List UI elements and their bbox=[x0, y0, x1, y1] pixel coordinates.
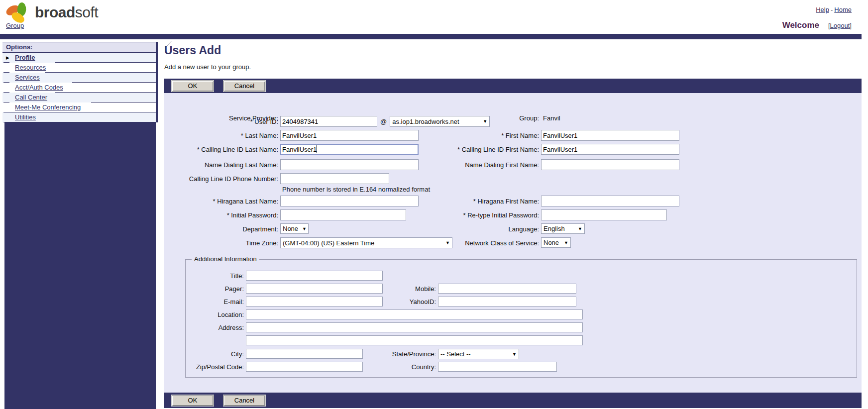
password-row: * Initial Password: * Re-type Initial Pa… bbox=[164, 209, 862, 221]
clid-first-name-input[interactable] bbox=[541, 144, 679, 155]
clid-phone-label: Calling Line ID Phone Number: bbox=[189, 175, 278, 183]
sidebar-item-label[interactable]: Meet-Me Conferencing bbox=[15, 103, 81, 111]
name-dialing-first-input[interactable] bbox=[541, 159, 679, 170]
timezone-label: Time Zone: bbox=[246, 239, 278, 247]
broadsoft-logo: broadsoft bbox=[4, 1, 98, 24]
group-link[interactable]: Group bbox=[6, 22, 24, 29]
sidebar-item-label[interactable]: Services bbox=[15, 74, 40, 81]
user-add-form: Service Provider: Interoperability Group… bbox=[164, 93, 862, 393]
title-input[interactable] bbox=[246, 271, 383, 281]
country-input[interactable] bbox=[438, 362, 557, 372]
name-row: * Last Name: * First Name: bbox=[164, 130, 862, 142]
hiragana-first-label: * Hiragana First Name: bbox=[473, 198, 539, 205]
address2-row bbox=[186, 335, 857, 346]
sidebar-item-label[interactable]: Resources bbox=[15, 64, 46, 71]
help-link[interactable]: Help bbox=[816, 6, 829, 13]
broadsoft-logo-icon bbox=[4, 1, 32, 24]
yahoo-input[interactable] bbox=[438, 297, 576, 307]
initial-password-input[interactable] bbox=[280, 209, 406, 220]
email-yahoo-row: E-mail: YahooID: bbox=[186, 297, 857, 307]
ok-button[interactable]: OK bbox=[172, 81, 214, 92]
user-id-input[interactable] bbox=[280, 116, 377, 127]
state-select[interactable]: -- Select --▼ bbox=[438, 349, 519, 359]
location-input[interactable] bbox=[246, 309, 583, 319]
address-label: Address: bbox=[218, 324, 244, 331]
hiragana-last-input[interactable] bbox=[280, 196, 419, 206]
top-navy-bar bbox=[0, 34, 862, 39]
sidebar-item-profile[interactable]: ▶ Profile bbox=[2, 53, 156, 63]
sidebar-item-label[interactable]: Call Center bbox=[15, 94, 47, 101]
additional-information-legend: Additional Information bbox=[192, 255, 259, 263]
department-label: Department: bbox=[242, 225, 278, 233]
dropdown-arrow-icon: ▼ bbox=[445, 240, 450, 245]
ncos-label: Network Class of Service: bbox=[465, 239, 539, 247]
language-label: Language: bbox=[509, 225, 539, 233]
home-link[interactable]: Home bbox=[834, 6, 852, 13]
last-name-label: * Last Name: bbox=[241, 132, 278, 139]
clid-last-name-label: * Calling Line ID Last Name: bbox=[197, 146, 278, 153]
cancel-button[interactable]: Cancel bbox=[223, 81, 265, 92]
location-row: Location: bbox=[186, 309, 857, 320]
user-id-label: * User ID: bbox=[250, 118, 278, 125]
address-line2-input[interactable] bbox=[246, 335, 583, 345]
sidebar-item-label[interactable]: Utilities bbox=[15, 113, 36, 121]
retype-password-input[interactable] bbox=[541, 209, 667, 220]
pager-input[interactable] bbox=[246, 284, 383, 294]
logo-text-light: soft bbox=[75, 4, 98, 20]
name-dialing-row: Name Dialing Last Name: Name Dialing Fir… bbox=[164, 159, 862, 171]
sidebar-filler bbox=[4, 122, 156, 409]
name-dialing-last-input[interactable] bbox=[280, 159, 419, 170]
city-input[interactable] bbox=[246, 349, 363, 359]
zip-input[interactable] bbox=[246, 362, 363, 372]
language-select[interactable]: English▼ bbox=[541, 223, 585, 234]
state-label: State/Province: bbox=[392, 350, 436, 358]
welcome-text: Welcome bbox=[782, 20, 819, 30]
user-id-row: * User ID: @ as.iop1.broadworks.net▼ bbox=[164, 116, 862, 128]
last-name-input[interactable] bbox=[280, 130, 419, 141]
ncos-select[interactable]: None▼ bbox=[541, 237, 571, 248]
dropdown-arrow-icon: ▼ bbox=[302, 226, 307, 231]
sidebar-item-meet-me-conferencing[interactable]: Meet-Me Conferencing bbox=[2, 102, 156, 112]
additional-information-fieldset: Additional Information Title: Pager: Mob… bbox=[185, 259, 857, 378]
email-label: E-mail: bbox=[224, 298, 244, 306]
ok-button[interactable]: OK bbox=[172, 395, 214, 406]
mobile-input[interactable] bbox=[438, 284, 576, 294]
link-separator: - bbox=[831, 6, 833, 13]
initial-password-label: * Initial Password: bbox=[227, 211, 278, 219]
first-name-input[interactable] bbox=[541, 130, 679, 141]
logo-text: broadsoft bbox=[35, 4, 98, 21]
yahoo-label: YahooID: bbox=[410, 298, 436, 306]
clid-last-name-input[interactable] bbox=[280, 144, 419, 155]
location-label: Location: bbox=[217, 311, 244, 318]
domain-select[interactable]: as.iop1.broadworks.net▼ bbox=[390, 116, 490, 127]
name-dialing-first-label: Name Dialing First Name: bbox=[465, 161, 539, 169]
retype-password-label: * Re-type Initial Password: bbox=[463, 211, 539, 219]
timezone-select[interactable]: (GMT-04:00) (US) Eastern Time▼ bbox=[280, 237, 452, 248]
clid-phone-input[interactable] bbox=[280, 173, 389, 184]
hiragana-row: * Hiragana Last Name: * Hiragana First N… bbox=[164, 196, 862, 207]
email-input[interactable] bbox=[246, 297, 383, 307]
text-caret bbox=[317, 145, 317, 153]
title-label: Title: bbox=[230, 272, 244, 280]
sidebar-item-label[interactable]: Acct/Auth Codes bbox=[15, 84, 63, 91]
dropdown-arrow-icon: ▼ bbox=[578, 226, 582, 231]
country-label: Country: bbox=[412, 363, 436, 371]
sidebar-item-acct-auth-codes[interactable]: Acct/Auth Codes bbox=[2, 83, 156, 93]
hiragana-first-input[interactable] bbox=[541, 196, 679, 206]
cancel-button[interactable]: Cancel bbox=[223, 395, 265, 406]
sidebar-item-call-center[interactable]: Call Center bbox=[2, 93, 156, 102]
sidebar-item-resources[interactable]: Resources bbox=[2, 63, 156, 73]
dropdown-arrow-icon: ▼ bbox=[512, 352, 517, 357]
logo-text-bold: broad bbox=[35, 4, 75, 20]
phone-note-row: Phone number is stored in E.164 normaliz… bbox=[164, 184, 862, 196]
department-select[interactable]: None▼ bbox=[280, 223, 309, 234]
logout-link[interactable]: [Logout] bbox=[828, 22, 852, 29]
at-symbol: @ bbox=[380, 118, 387, 125]
address-line1-input[interactable] bbox=[246, 322, 583, 332]
sidebar-item-utilities[interactable]: Utilities bbox=[2, 112, 156, 122]
sidebar-item-label[interactable]: Profile bbox=[15, 54, 35, 61]
pager-label: Pager: bbox=[225, 285, 244, 293]
sidebar-item-services[interactable]: Services bbox=[2, 73, 156, 83]
timezone-ncos-row: Time Zone: (GMT-04:00) (US) Eastern Time… bbox=[164, 237, 862, 249]
name-dialing-last-label: Name Dialing Last Name: bbox=[205, 161, 278, 169]
